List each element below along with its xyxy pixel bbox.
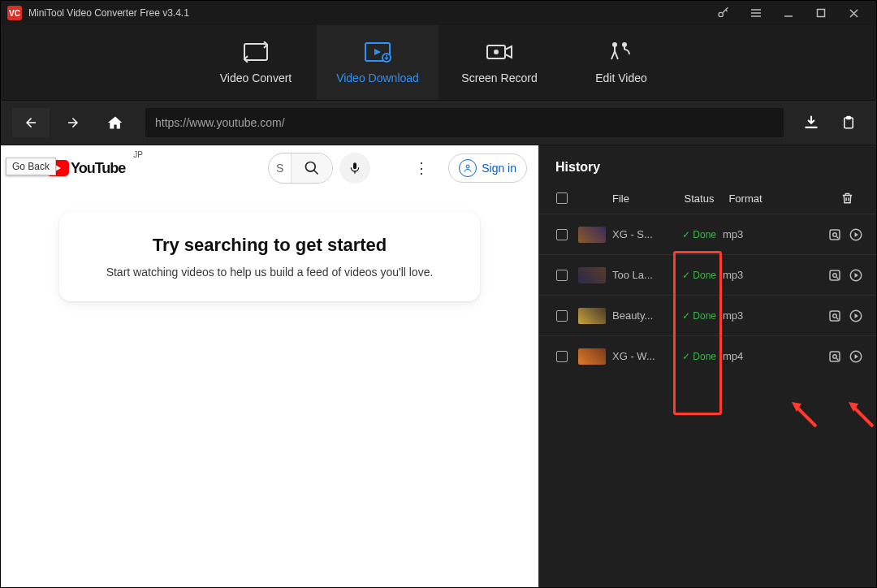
row-checkbox[interactable] (552, 229, 572, 240)
status-label: ✓ Done (676, 229, 723, 240)
locate-file-icon[interactable] (827, 268, 842, 283)
search-icon[interactable] (292, 153, 332, 183)
svg-rect-10 (847, 117, 851, 119)
download-icon (364, 41, 391, 63)
svg-point-13 (466, 165, 469, 168)
maximize-button[interactable] (805, 1, 837, 25)
history-row: XG - S... ✓ Done mp3 (539, 214, 876, 254)
select-all-checkbox[interactable] (552, 192, 572, 204)
format-label: mp3 (723, 269, 768, 281)
col-format-header: Format (723, 192, 768, 205)
row-checkbox[interactable] (552, 310, 572, 322)
svg-point-6 (494, 50, 499, 54)
row-checkbox[interactable] (552, 270, 572, 281)
svg-point-11 (306, 162, 316, 172)
svg-point-24 (833, 354, 837, 358)
close-button[interactable] (837, 1, 870, 25)
annotation-status-highlight (673, 251, 722, 415)
app-window: VC MiniTool Video Converter Free v3.4.1 … (0, 0, 877, 588)
url-input[interactable] (145, 108, 784, 137)
svg-point-18 (833, 273, 837, 277)
col-file-header: File (612, 192, 676, 205)
minimize-button[interactable] (772, 1, 805, 25)
forward-button[interactable] (54, 108, 92, 137)
sign-in-label: Sign in (482, 162, 516, 175)
app-title: MiniTool Video Converter Free v3.4.1 (28, 7, 189, 19)
empty-state-title: Try searching to get started (76, 235, 464, 256)
thumbnail-icon (578, 348, 606, 365)
record-icon (486, 41, 513, 63)
file-name: Too La... (612, 269, 676, 281)
tab-label: Screen Record (461, 71, 537, 84)
col-status-header: Status (676, 192, 723, 205)
region-label: JP (133, 150, 143, 159)
sign-in-button[interactable]: Sign in (448, 153, 527, 183)
avatar-icon (459, 159, 477, 177)
tab-edit-video[interactable]: Edit Video (560, 25, 682, 100)
tab-screen-record[interactable]: Screen Record (438, 25, 560, 100)
clipboard-icon[interactable] (832, 108, 865, 137)
main-tabs: Video Convert Video Download Screen Reco… (1, 25, 876, 100)
play-icon[interactable] (849, 268, 863, 283)
edit-icon (610, 41, 633, 63)
key-icon[interactable] (707, 1, 740, 25)
menu-icon[interactable] (740, 1, 772, 25)
tab-label: Video Convert (220, 71, 292, 84)
microphone-icon[interactable] (339, 153, 370, 184)
thumbnail-icon (578, 227, 606, 243)
file-name: XG - W... (612, 350, 676, 362)
more-icon[interactable]: ⋮ (409, 159, 434, 177)
search-box[interactable]: S (268, 153, 333, 184)
thumbnail-icon (578, 308, 606, 324)
youtube-header: YouTube JP S ⋮ (1, 145, 538, 191)
play-icon[interactable] (849, 227, 863, 242)
row-checkbox[interactable] (552, 351, 572, 362)
tab-label: Edit Video (595, 71, 647, 84)
tab-video-convert[interactable]: Video Convert (195, 25, 317, 100)
empty-state-card: Try searching to get started Start watch… (59, 212, 480, 301)
thumbnail-icon (578, 267, 606, 283)
locate-file-icon[interactable] (827, 309, 842, 323)
format-label: mp3 (723, 228, 768, 240)
svg-point-21 (833, 313, 837, 318)
locate-file-icon[interactable] (827, 349, 842, 364)
file-name: Beauty... (612, 309, 676, 322)
history-title: History (539, 145, 876, 183)
format-label: mp3 (723, 309, 768, 322)
play-icon[interactable] (849, 349, 863, 364)
file-name: XG - S... (612, 228, 676, 240)
youtube-brand-text: YouTube (71, 160, 125, 177)
search-short-label: S (269, 153, 292, 183)
svg-rect-12 (353, 162, 356, 169)
tab-label: Video Download (336, 71, 419, 84)
format-label: mp4 (723, 350, 768, 362)
history-header-row: File Status Format (539, 183, 876, 214)
app-logo-icon: VC (7, 6, 22, 20)
home-button[interactable] (97, 108, 134, 137)
convert-icon (242, 41, 270, 63)
back-button[interactable] (12, 108, 50, 137)
locate-file-icon[interactable] (827, 227, 842, 242)
url-toolbar (1, 100, 876, 145)
play-icon[interactable] (849, 309, 863, 323)
tab-video-download[interactable]: Video Download (317, 25, 438, 100)
svg-point-15 (833, 232, 837, 236)
svg-rect-1 (818, 10, 825, 17)
main-area: YouTube JP S ⋮ (1, 145, 876, 587)
download-manager-icon[interactable] (795, 108, 827, 137)
embedded-browser: YouTube JP S ⋮ (1, 145, 538, 587)
youtube-logo[interactable]: YouTube (46, 160, 125, 177)
go-back-tooltip: Go Back (6, 158, 56, 175)
svg-rect-2 (244, 44, 267, 60)
titlebar: VC MiniTool Video Converter Free v3.4.1 (1, 1, 876, 25)
svg-point-0 (719, 12, 723, 16)
empty-state-subtitle: Start watching videos to help us build a… (76, 266, 464, 279)
delete-all-icon[interactable] (831, 191, 863, 205)
